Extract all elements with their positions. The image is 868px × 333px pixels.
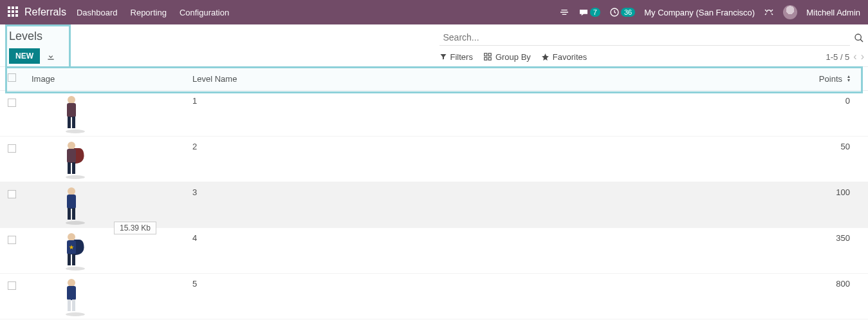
row-checkbox[interactable] — [8, 99, 16, 107]
page-title: Levels — [9, 30, 434, 43]
table-row[interactable]: 1 0 — [0, 91, 868, 137]
activities-icon[interactable]: 36 — [609, 7, 635, 17]
messages-icon[interactable]: 7 — [578, 7, 600, 17]
download-icon[interactable] — [46, 51, 55, 61]
brand[interactable]: Referrals — [8, 6, 66, 18]
table-row[interactable]: 3 100 — [0, 182, 868, 228]
cell-points: 800 — [791, 274, 868, 319]
nav-left: Referrals Dashboard Reporting Configurat… — [8, 6, 229, 18]
row-checkbox[interactable] — [8, 144, 16, 153]
pager: 1-5 / 5 ‹ › — [826, 51, 864, 62]
cell-points: 100 — [791, 182, 868, 228]
groupby-button[interactable]: Group By — [483, 52, 531, 62]
top-navbar: Referrals Dashboard Reporting Configurat… — [0, 0, 868, 24]
cell-points: 50 — [791, 137, 868, 182]
avatar[interactable] — [783, 5, 797, 19]
sort-indicator-icon — [845, 75, 850, 82]
level-image — [56, 140, 87, 178]
pager-next-icon[interactable]: › — [861, 51, 864, 62]
cell-level-name: 2 — [185, 137, 791, 182]
messages-badge: 7 — [590, 8, 600, 17]
groupby-label: Group By — [495, 52, 531, 62]
filters-label: Filters — [450, 52, 473, 62]
new-button[interactable]: NEW — [9, 48, 40, 64]
table-row[interactable]: 15.39 Kb 4 350 — [0, 228, 868, 274]
table-row[interactable]: 2 50 — [0, 137, 868, 182]
col-points[interactable]: Points — [791, 67, 868, 91]
search-input[interactable] — [439, 30, 851, 46]
image-size-tooltip: 15.39 Kb — [114, 222, 156, 234]
cell-level-name: 4 — [185, 228, 791, 274]
svg-rect-5 — [488, 57, 491, 60]
pager-prev-icon[interactable]: ‹ — [853, 51, 856, 62]
brand-text: Referrals — [24, 6, 66, 18]
svg-rect-3 — [488, 53, 491, 56]
level-image — [56, 232, 87, 269]
search-icon[interactable] — [854, 32, 864, 44]
apps-icon[interactable] — [8, 6, 19, 18]
list-view: Image Level Name Points 1 0 2 50 3 — [0, 66, 868, 319]
row-checkbox[interactable] — [8, 236, 16, 244]
filters-button[interactable]: Filters — [439, 52, 473, 62]
cell-level-name: 5 — [185, 274, 791, 319]
cell-level-name: 1 — [185, 91, 791, 137]
svg-rect-4 — [485, 57, 487, 60]
user-menu[interactable]: Mitchell Admin — [806, 8, 860, 17]
nav-menu: Dashboard Reporting Configuration — [77, 8, 229, 17]
level-image — [56, 186, 87, 224]
favorites-button[interactable]: Favorites — [541, 52, 587, 62]
control-panel: Levels NEW Filters — [0, 24, 868, 66]
svg-point-1 — [855, 34, 861, 40]
row-checkbox[interactable] — [8, 190, 16, 198]
level-image — [56, 95, 87, 132]
pager-text[interactable]: 1-5 / 5 — [826, 52, 849, 62]
tray-icon[interactable] — [559, 7, 569, 17]
nav-configuration[interactable]: Configuration — [180, 8, 229, 17]
cell-points: 0 — [791, 91, 868, 137]
table-row[interactable]: 5 800 — [0, 274, 868, 319]
row-checkbox[interactable] — [8, 281, 16, 290]
svg-rect-2 — [485, 53, 487, 56]
activities-badge: 36 — [621, 8, 635, 17]
favorites-label: Favorites — [553, 52, 587, 62]
col-image[interactable]: Image — [24, 67, 185, 91]
nav-reporting[interactable]: Reporting — [131, 8, 167, 17]
col-level-name[interactable]: Level Name — [185, 67, 791, 91]
cell-level-name: 3 — [185, 182, 791, 228]
nav-dashboard[interactable]: Dashboard — [77, 8, 118, 17]
debug-icon[interactable] — [764, 7, 774, 17]
nav-right: 7 36 My Company (San Francisco) Mitchell… — [559, 5, 860, 19]
level-image — [56, 278, 87, 315]
company-switcher[interactable]: My Company (San Francisco) — [644, 8, 755, 17]
cell-points: 350 — [791, 228, 868, 274]
select-all-checkbox[interactable] — [8, 73, 16, 82]
